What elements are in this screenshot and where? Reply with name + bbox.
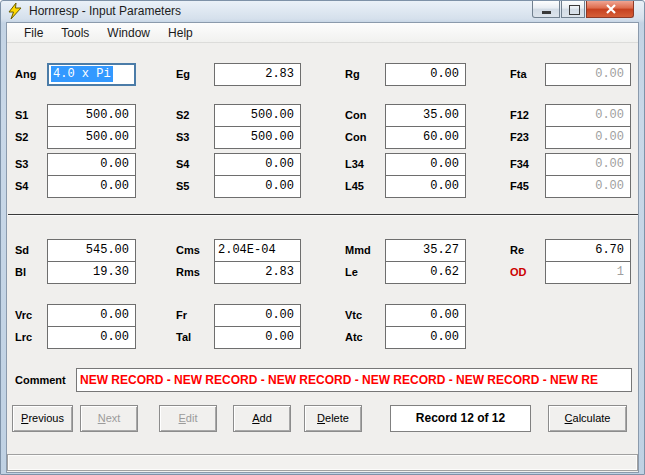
field-l45[interactable]: 0.00 (385, 175, 466, 198)
label-vtc: Vtc (345, 304, 362, 327)
field-ang[interactable]: 4.0 x Pi (47, 63, 136, 86)
next-button: Next (80, 405, 138, 432)
field-cms[interactable]: 2.04E-04 (214, 239, 301, 262)
window-title: Hornresp - Input Parameters (29, 4, 181, 18)
field-s1[interactable]: 500.00 (47, 104, 136, 127)
field-fr[interactable]: 0.00 (214, 304, 301, 327)
label-eg: Eg (176, 63, 190, 86)
field-od: 1 (545, 261, 631, 284)
label-rg: Rg (345, 63, 360, 86)
field-atc[interactable]: 0.00 (385, 326, 466, 349)
label-f12: F12 (510, 104, 529, 127)
label-f45: F45 (510, 175, 529, 198)
calculate-button[interactable]: Calculate (548, 405, 627, 432)
field-s5[interactable]: 0.00 (214, 175, 301, 198)
field-f23: 0.00 (545, 126, 631, 149)
label-rms: Rms (176, 261, 200, 284)
label-s4-mid: S4 (176, 153, 189, 176)
label-mmd: Mmd (345, 239, 371, 262)
maximize-icon (569, 5, 580, 15)
label-l34: L34 (345, 153, 364, 176)
label-s5: S5 (176, 175, 189, 198)
menu-help[interactable]: Help (159, 25, 202, 41)
label-f34: F34 (510, 153, 529, 176)
label-con-12: Con (345, 104, 366, 127)
label-l45: L45 (345, 175, 364, 198)
comment-field[interactable]: NEW RECORD - NEW RECORD - NEW RECORD - N… (76, 368, 632, 392)
label-vrc: Vrc (15, 304, 32, 327)
label-s2-throat: S2 (176, 104, 189, 127)
menu-bar: File Tools Window Help (7, 23, 638, 43)
label-lrc: Lrc (15, 326, 32, 349)
label-od: OD (510, 261, 527, 284)
field-eg[interactable]: 2.83 (214, 63, 301, 86)
label-ang: Ang (15, 63, 36, 86)
add-button[interactable]: Add (233, 405, 291, 432)
field-f12: 0.00 (545, 104, 631, 127)
field-lrc[interactable]: 0.00 (47, 326, 136, 349)
label-re: Re (510, 239, 524, 262)
label-fr: Fr (176, 304, 187, 327)
status-bar (7, 454, 638, 471)
field-vtc[interactable]: 0.00 (385, 304, 466, 327)
field-s4-mid[interactable]: 0.00 (214, 153, 301, 176)
label-f23: F23 (510, 126, 529, 149)
field-s2[interactable]: 500.00 (47, 126, 136, 149)
maximize-button[interactable] (561, 1, 585, 18)
field-rg[interactable]: 0.00 (385, 63, 466, 86)
delete-button[interactable]: Delete (304, 405, 362, 432)
field-con-12[interactable]: 35.00 (385, 104, 466, 127)
label-atc: Atc (345, 326, 363, 349)
minimize-icon (542, 11, 551, 14)
menu-file[interactable]: File (15, 25, 52, 41)
field-l34[interactable]: 0.00 (385, 153, 466, 176)
edit-button: Edit (159, 405, 217, 432)
field-s3[interactable]: 0.00 (47, 153, 136, 176)
field-con-23[interactable]: 60.00 (385, 126, 466, 149)
section-divider (8, 214, 638, 216)
previous-button[interactable]: Previous (12, 405, 73, 432)
menu-tools[interactable]: Tools (52, 25, 98, 41)
field-s4[interactable]: 0.00 (47, 175, 136, 198)
field-s3-mid[interactable]: 500.00 (214, 126, 301, 149)
close-icon (587, 1, 635, 17)
field-f34: 0.00 (545, 153, 631, 176)
lightning-bolt-icon (8, 3, 22, 23)
menu-window[interactable]: Window (98, 25, 159, 41)
label-s3-mid: S3 (176, 126, 189, 149)
label-fta: Fta (510, 63, 527, 86)
field-bl[interactable]: 19.30 (47, 261, 136, 284)
label-s2: S2 (15, 126, 28, 149)
record-status: Record 12 of 12 (390, 405, 531, 432)
field-mmd[interactable]: 35.27 (385, 239, 466, 262)
comment-label: Comment (15, 369, 66, 392)
label-con-23: Con (345, 126, 366, 149)
field-tal[interactable]: 0.00 (214, 326, 301, 349)
field-sd[interactable]: 545.00 (47, 239, 136, 262)
close-button[interactable] (586, 1, 634, 18)
field-re[interactable]: 6.70 (545, 239, 631, 262)
minimize-button[interactable] (532, 1, 560, 18)
field-fta: 0.00 (545, 63, 631, 86)
field-f45: 0.00 (545, 175, 631, 198)
label-sd: Sd (15, 239, 29, 262)
label-s3: S3 (15, 153, 28, 176)
field-rms[interactable]: 2.83 (214, 261, 301, 284)
selected-text: 4.0 x Pi (51, 66, 113, 82)
label-tal: Tal (176, 326, 191, 349)
label-s1: S1 (15, 104, 28, 127)
field-vrc[interactable]: 0.00 (47, 304, 136, 327)
label-s4: S4 (15, 175, 28, 198)
title-bar[interactable]: Hornresp - Input Parameters (1, 1, 645, 22)
field-s2-throat[interactable]: 500.00 (214, 104, 301, 127)
field-le[interactable]: 0.62 (385, 261, 466, 284)
label-le: Le (345, 261, 358, 284)
label-cms: Cms (176, 239, 200, 262)
label-bl: Bl (15, 261, 26, 284)
hornresp-window: Hornresp - Input Parameters File Tools W… (0, 0, 645, 475)
